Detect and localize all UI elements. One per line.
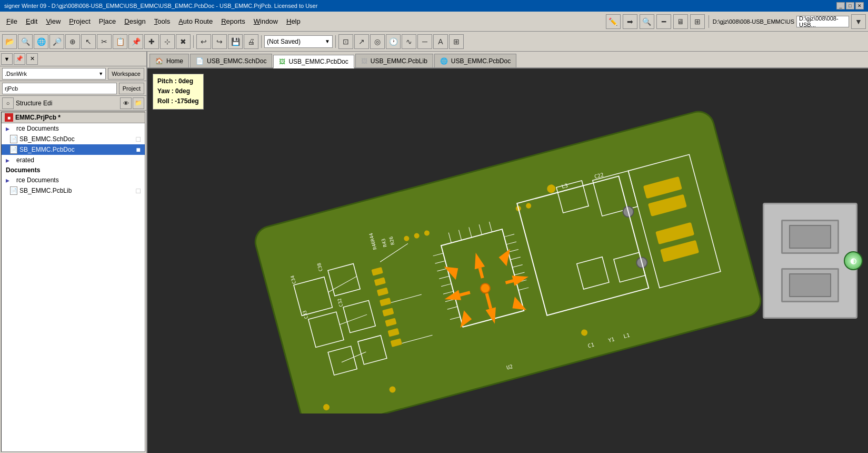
structure-label: Structure Edi [16, 100, 52, 107]
tb-search-btn[interactable]: 🔍 [18, 34, 33, 49]
tab-pcbdoc[interactable]: 🖼 USB_EMMC.PcbDoc [273, 55, 354, 68]
path-dropdown-btn[interactable]: ▼ [851, 14, 866, 29]
title-bar-text: signer Winter 09 - D:\gjz\008\008-USB_EM… [4, 3, 836, 9]
tree-item-pcbdoc[interactable]: 📄 SB_EMMC.PcbDoc ■ [2, 144, 145, 155]
tree-item-source-docs2-label: rce Documents [16, 176, 59, 184]
menu-reports[interactable]: Reports [217, 15, 250, 27]
tb-clock-btn[interactable]: 🕐 [386, 34, 401, 49]
workspace-label-btn: Workspace [108, 68, 144, 80]
tab-pcbdoc-label: USB_EMMC.PcbDoc [288, 58, 348, 65]
usb-connector [763, 203, 857, 319]
tb-print-btn[interactable]: 🖨 [244, 34, 258, 49]
tab-schdoc-icon: 📄 [196, 57, 204, 65]
tb-box-btn[interactable]: ⊞ [449, 34, 464, 49]
menu-design[interactable]: Design [120, 15, 149, 27]
toolbar-dash-btn[interactable]: ━ [656, 14, 671, 29]
menu-autoroute[interactable]: Auto Route [174, 15, 217, 27]
tree-doc-icon-sch: 📄 [10, 135, 17, 143]
toolbar-screen-btn[interactable]: 🖥 [673, 14, 688, 29]
panel-workspace-row: .DsnWrk ▼ Workspace [0, 66, 146, 81]
tb-circ-btn[interactable]: ◎ [370, 34, 385, 49]
tab-schdoc[interactable]: 📄 USB_EMMC.SchDoc [190, 54, 272, 67]
save-status-dropdown[interactable]: (Not Saved) ▼ [264, 35, 333, 48]
menu-file[interactable]: File [2, 15, 22, 27]
tree-item-source-docs2[interactable]: ▸ rce Documents [2, 175, 145, 185]
pcb-view: C34 C38 C33 C32 R46R44 R43 R26 U2 Y1 C1 … [147, 68, 868, 453]
tab-pcbdoc2[interactable]: 🌐 USB_EMMC.PcbDoc [434, 54, 516, 67]
tb-undo-btn[interactable]: ↩ [196, 34, 211, 49]
usb-port-1 [781, 220, 839, 254]
tree-header-text: EMMC.PrjPcb * [15, 114, 61, 121]
menu-edit[interactable]: Edit [22, 15, 42, 27]
tree-header-icon: ■ [5, 113, 13, 122]
tree-item-generated[interactable]: ▸ erated [2, 155, 145, 165]
tb-cut-btn[interactable]: ✂ [97, 34, 112, 49]
panel-toolbar: ▼ 📌 ✕ [0, 52, 146, 66]
tree-panel: ■ EMMC.PrjPcb * ▸ rce Documents 📄 SB_EMM… [1, 112, 145, 452]
tab-pcbdoc2-label: USB_EMMC.PcbDoc [451, 57, 511, 65]
tb-open-btn[interactable]: 📂 [2, 34, 17, 49]
menu-toolbar-sep [709, 15, 709, 28]
tb-zoom-btn[interactable]: 🔎 [49, 34, 64, 49]
menu-window[interactable]: Window [250, 15, 282, 27]
tab-home-label: Home [166, 57, 183, 65]
workspace-dropdown[interactable]: .DsnWrk ▼ [2, 68, 106, 80]
tree-item-label: rce Documents [16, 125, 59, 132]
tb-copy-btn[interactable]: 📋 [113, 34, 127, 49]
tree-item-pcblib[interactable]: 📄 SB_EMMC.PcbLib □ [2, 185, 145, 196]
close-button[interactable]: ✕ [855, 2, 864, 9]
tb-save-btn[interactable]: 💾 [228, 34, 243, 49]
menu-tools[interactable]: Tools [150, 15, 174, 27]
tree-expand-icon2: ▸ [6, 176, 14, 184]
tree-item-schdoc[interactable]: 📄 SB_EMMC.SchDoc □ [2, 134, 145, 144]
toolbar-edit-btn[interactable]: ✏️ [606, 14, 621, 29]
menu-view[interactable]: View [42, 15, 65, 27]
panel-pin-btn[interactable]: 📌 [14, 53, 25, 65]
tab-bar: 🏠 Home 📄 USB_EMMC.SchDoc 🖼 USB_EMMC.PcbD… [147, 52, 868, 68]
tree-doc-icon-lib: 📄 [10, 186, 17, 195]
yaw-text: Yaw : 0deg [157, 86, 199, 96]
panel-close-btn[interactable]: ✕ [26, 53, 38, 65]
tree-pcb-type-icon: ■ [136, 145, 141, 154]
title-bar: signer Winter 09 - D:\gjz\008\008-USB_EM… [0, 0, 868, 12]
right-area: 🏠 Home 📄 USB_EMMC.SchDoc 🖼 USB_EMMC.PcbD… [147, 52, 868, 453]
tb-zoom2-btn[interactable]: ⊕ [65, 34, 80, 49]
minimize-button[interactable]: _ [836, 2, 845, 9]
tb-curve-btn[interactable]: ∿ [402, 34, 416, 49]
toolbar-arrow-btn[interactable]: ➡ [623, 14, 637, 29]
tb-redo-btn[interactable]: ↪ [212, 34, 227, 49]
tb-cross-btn[interactable]: ✚ [144, 34, 159, 49]
toolbar-sep3 [335, 35, 336, 48]
tb-line-btn[interactable]: ─ [417, 34, 432, 49]
tb-x-btn[interactable]: ✖ [176, 34, 191, 49]
toolbar-sep2 [261, 35, 262, 48]
tb-comp-btn[interactable]: ⊡ [338, 34, 353, 49]
menu-bar: File Edit View Project Place Design Tool… [0, 12, 868, 32]
left-panel: ▼ 📌 ✕ .DsnWrk ▼ Workspace rjPcb Project … [0, 52, 147, 453]
tb-pointer-btn[interactable]: ↖ [81, 34, 96, 49]
panel-view-btn[interactable]: 👁 [120, 97, 132, 109]
structure-radio[interactable]: ○ [2, 97, 14, 109]
panel-collapse-btn[interactable]: ▼ [1, 53, 13, 65]
project-btn[interactable]: Project [119, 83, 144, 94]
tb-globe-btn[interactable]: 🌐 [34, 34, 48, 49]
path-dropdown[interactable]: D:\gjz\008\008-USB... [796, 16, 849, 27]
tb-arr-btn[interactable]: ↗ [354, 34, 369, 49]
path-display: D:\gjz\008\008-USB_EMMC\US [713, 18, 794, 25]
tb-text-btn[interactable]: A [433, 34, 448, 49]
menu-project[interactable]: Project [65, 15, 94, 27]
menu-place[interactable]: Place [95, 15, 121, 27]
panel-folder-btn[interactable]: 📁 [133, 97, 144, 109]
maximize-button[interactable]: □ [846, 2, 854, 9]
tree-item-source-docs[interactable]: ▸ rce Documents [2, 123, 145, 134]
tab-pcblib[interactable]: 🖼 USB_EMMC.PcbLib [355, 54, 433, 67]
workspace-dropdown-text: .DsnWrk [5, 71, 27, 77]
tab-home[interactable]: 🏠 Home [149, 54, 189, 67]
tb-paste-btn[interactable]: 📌 [128, 34, 143, 49]
project-input[interactable]: rjPcb [2, 83, 117, 94]
toolbar-grid-btn[interactable]: ⊞ [690, 14, 705, 29]
canvas-area[interactable]: Pitch : 0deg Yaw : 0deg Roll : -175deg [147, 68, 868, 453]
toolbar-filter-btn[interactable]: 🔍 [640, 14, 654, 29]
tb-move-btn[interactable]: ⊹ [160, 34, 175, 49]
menu-help[interactable]: Help [282, 15, 305, 27]
